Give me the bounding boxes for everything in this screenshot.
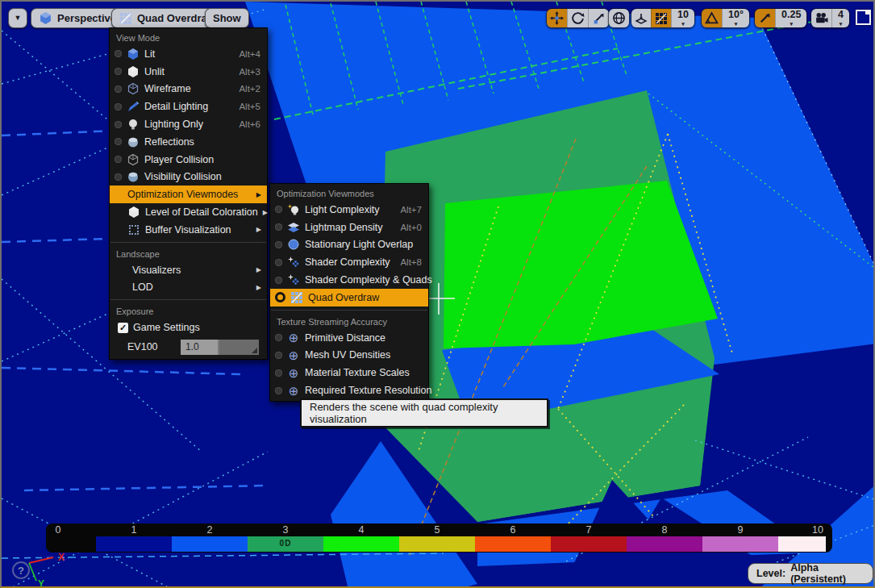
menu-item-lighting-only[interactable]: Lighting Only Alt+6: [110, 115, 267, 133]
rotate-tool-button[interactable]: [567, 9, 588, 27]
lit-cube-icon: [127, 48, 140, 60]
menu-item-unlit[interactable]: Unlit Alt+3: [110, 63, 267, 81]
legend-tick: 7: [586, 524, 592, 536]
radio-icon: [275, 387, 282, 394]
radio-icon: [115, 50, 122, 57]
legend-tick: 3: [283, 524, 289, 536]
optimization-submenu-title: Optimization Viewmodes: [270, 186, 428, 201]
radio-icon: [115, 173, 122, 181]
lighting-only-icon: [127, 118, 140, 131]
camera-speed-group: 4 ▾: [810, 8, 850, 28]
menu-item-visualizers[interactable]: Visualizers ▶: [110, 261, 267, 279]
scale-snap-group: 0.25 ▾: [754, 8, 807, 28]
ev100-drag-handle[interactable]: [219, 340, 259, 355]
perspective-icon: [39, 11, 52, 25]
submenu-arrow-icon: ▶: [256, 266, 262, 273]
maximize-viewport-icon[interactable]: [856, 10, 871, 25]
menu-separator: [110, 242, 266, 243]
legend-tick: 9: [738, 524, 744, 536]
menu-item-reflections[interactable]: Reflections: [110, 133, 267, 151]
radio-icon: [275, 206, 282, 213]
legend-color-segment: [475, 536, 551, 552]
camera-speed-value-dropdown[interactable]: 4 ▾: [831, 9, 849, 27]
menu-item-buffer-visualization[interactable]: Buffer Visualization ▶: [110, 221, 267, 239]
perspective-button[interactable]: Perspective: [31, 8, 124, 28]
rotate-icon: [571, 11, 585, 25]
buffer-visualization-icon: [127, 223, 140, 236]
level-label: Level:: [756, 568, 785, 579]
grid-snap-toggle[interactable]: [651, 9, 671, 27]
chevron-down-icon: ▾: [790, 21, 793, 27]
legend-color-segment: [172, 536, 248, 552]
menu-item-light-complexity[interactable]: Light Complexity Alt+7: [270, 201, 428, 219]
shader-complexity-quads-icon: [287, 273, 300, 286]
legend-color-segment: [551, 536, 627, 552]
menu-item-optimization-viewmodes[interactable]: Optimization Viewmodes ▶: [110, 186, 267, 203]
legend-tick: 1: [131, 524, 137, 536]
radio-icon: [275, 369, 282, 377]
menu-item-shader-complexity-quads[interactable]: Shader Complexity & Quads: [270, 271, 428, 289]
chevron-down-icon: ▾: [735, 21, 738, 27]
menu-item-visibility-collision[interactable]: Visibility Collision: [110, 169, 267, 186]
menu-item-wireframe[interactable]: Wireframe Alt+2: [110, 81, 267, 98]
submenu-arrow-icon: ▶: [256, 284, 262, 291]
scale-tool-button[interactable]: [588, 9, 609, 27]
radio-icon: [275, 352, 282, 359]
scale-snap-icon: [758, 11, 772, 25]
texture-streaming-section-header: Texture Streaming Accuracy: [270, 314, 428, 329]
wireframe-cube-icon: [127, 82, 140, 95]
radio-icon: [115, 85, 122, 93]
exposure-section-header: Exposure: [110, 303, 267, 319]
lightmap-density-icon: [287, 221, 300, 234]
crosshair-circle-icon: ⊕: [287, 384, 300, 397]
menu-item-lightmap-density[interactable]: Lightmap Density Alt+0: [270, 219, 428, 236]
camera-icon: [815, 11, 828, 25]
radio-selected-icon: [275, 292, 285, 302]
ev100-row: EV100 1.0: [110, 336, 267, 357]
viewport-window: ▼ Perspective Quad Overdraw Show 10 ▾: [0, 0, 875, 588]
radio-icon: [275, 259, 282, 266]
move-tool-button[interactable]: [547, 9, 567, 27]
ev100-value: 1.0: [181, 340, 219, 355]
scale-snap-toggle[interactable]: [755, 9, 775, 27]
view-mode-menu: View Mode Lit Alt+4 Unlit Alt+3 Wirefram…: [109, 27, 268, 360]
overdraw-legend-bar: 0 1 2 3 4 5 6 7 8 9 10 0D: [46, 523, 832, 553]
menu-item-primitive-distance[interactable]: ⊕ Primitive Distance: [270, 329, 428, 347]
scale-snap-value-dropdown[interactable]: 0.25 ▾: [775, 9, 806, 27]
menu-item-lit[interactable]: Lit Alt+4: [110, 45, 267, 63]
visibility-collision-icon: [127, 170, 140, 183]
level-value: Alpha (Persistent): [790, 562, 865, 585]
axis-gizmo: X Y: [21, 550, 94, 588]
radio-icon: [275, 241, 282, 248]
camera-speed-button[interactable]: [811, 9, 831, 27]
unlit-cube-icon: [127, 65, 140, 78]
submenu-arrow-icon: ▶: [256, 226, 262, 233]
menu-item-lod[interactable]: LOD ▶: [110, 279, 267, 297]
show-button[interactable]: Show: [205, 8, 249, 28]
rotation-snap-toggle[interactable]: [702, 9, 722, 27]
coordinate-system-group: [608, 8, 630, 28]
menu-item-lod-coloration[interactable]: Level of Detail Coloration ▶: [110, 203, 267, 221]
menu-item-mesh-uv-densities[interactable]: ⊕ Mesh UV Densities: [270, 347, 428, 365]
viewport-options-dropdown[interactable]: ▼: [8, 8, 27, 28]
menu-item-game-settings[interactable]: ✓ Game Settings: [110, 319, 267, 336]
radio-icon: [115, 121, 122, 128]
menu-item-material-texture-scales[interactable]: ⊕ Material Texture Scales: [270, 364, 428, 382]
radio-icon: [115, 156, 122, 163]
chevron-down-icon: ▾: [840, 21, 843, 27]
grid-snap-value-dropdown[interactable]: 10 ▾: [671, 9, 694, 27]
detail-lighting-icon: [127, 100, 140, 113]
menu-item-stationary-light-overlap[interactable]: Stationary Light Overlap: [270, 236, 428, 254]
rotation-snap-value-dropdown[interactable]: 10° ▾: [722, 9, 749, 27]
globe-icon: [612, 11, 626, 25]
ev100-label: EV100: [127, 341, 158, 352]
menu-item-shader-complexity[interactable]: Shader Complexity Alt+8: [270, 253, 428, 271]
menu-item-required-texture-resolution[interactable]: ⊕ Required Texture Resolution: [270, 382, 428, 399]
menu-item-player-collision[interactable]: Player Collision: [110, 151, 267, 169]
ev100-spinbox[interactable]: 1.0: [181, 340, 259, 355]
menu-item-quad-overdraw[interactable]: Quad Overdraw: [270, 289, 428, 307]
world-coordinate-button[interactable]: [609, 9, 629, 27]
game-settings-checkbox[interactable]: ✓: [118, 323, 128, 333]
menu-item-detail-lighting[interactable]: Detail Lighting Alt+5: [110, 98, 267, 115]
surface-snap-button[interactable]: [631, 9, 651, 27]
